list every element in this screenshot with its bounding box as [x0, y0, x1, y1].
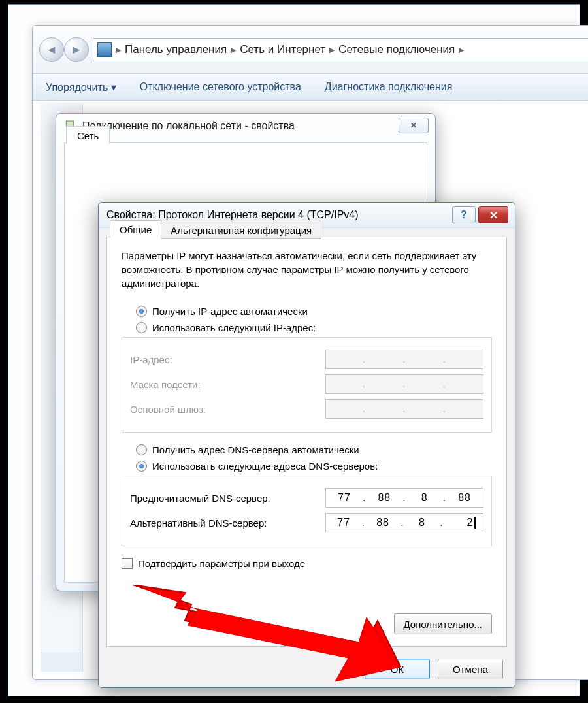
desktop-area: ◄ ► ▶ Панель управления ▶ Сеть и Интерне… — [8, 4, 580, 696]
tab-general[interactable]: Общие — [110, 220, 161, 238]
radio-ip-auto[interactable]: Получить IP-адрес автоматически — [136, 306, 492, 317]
close-button[interactable]: ✕ — [478, 206, 508, 223]
close-button[interactable]: ✕ — [399, 118, 429, 133]
tab-alternate-config[interactable]: Альтернативная конфигурация — [161, 221, 321, 239]
ipv4-tab-panel: Общие Альтернативная конфигурация Параме… — [106, 237, 507, 647]
radio-icon — [136, 444, 147, 455]
radio-dns-auto[interactable]: Получить адрес DNS-сервера автоматически — [136, 444, 492, 455]
sidebar-footer — [41, 653, 82, 672]
control-panel-icon — [97, 42, 112, 57]
dns-group: Предпочитаемый DNS-сервер: 77. 88. 8. 88… — [122, 476, 492, 546]
field-label: Основной шлюз: — [130, 404, 325, 415]
help-icon: ? — [461, 209, 467, 221]
radio-icon — [136, 306, 147, 317]
toolbar-diagnose[interactable]: Диагностика подключения — [325, 81, 453, 93]
explorer-addressbar: ◄ ► ▶ Панель управления ▶ Сеть и Интерне… — [33, 26, 588, 74]
button-label: Дополнительно... — [404, 619, 482, 630]
chevron-right-icon: ▶ — [459, 46, 464, 54]
ipv4-tabs: Общие Альтернативная конфигурация — [110, 220, 321, 238]
checkbox-icon — [122, 558, 133, 569]
radio-label: Использовать следующий IP-адрес: — [152, 322, 316, 333]
radio-dns-manual[interactable]: Использовать следующие адреса DNS-сервер… — [136, 461, 492, 472]
chevron-right-icon: ▶ — [116, 46, 121, 54]
field-ip-address: IP-адрес: . . . — [130, 350, 483, 369]
alternate-dns-input[interactable]: 77. 88. 8. 2 — [325, 513, 483, 532]
explorer-toolbar: Упорядочить ▾ Отключение сетевого устрой… — [33, 74, 588, 101]
field-gateway: Основной шлюз: . . . — [130, 399, 483, 419]
field-subnet-mask: Маска подсети: . . . — [130, 374, 483, 394]
close-icon: ✕ — [489, 209, 498, 221]
checkbox-validate-on-exit[interactable]: Подтвердить параметры при выходе — [122, 558, 492, 569]
ipv4-content: Параметры IP могут назначаться автоматич… — [107, 237, 506, 576]
help-button[interactable]: ? — [452, 206, 476, 223]
ok-button[interactable]: ОК — [365, 659, 430, 679]
back-button[interactable]: ◄ — [39, 37, 64, 62]
crumb-control-panel[interactable]: Панель управления — [125, 43, 227, 56]
radio-label: Получить адрес DNS-сервера автоматически — [152, 444, 359, 455]
chevron-right-icon: ▶ — [329, 46, 335, 54]
chevron-right-icon: ▶ — [231, 46, 236, 54]
gateway-input: . . . — [325, 399, 483, 419]
tab-network[interactable]: Сеть — [66, 126, 110, 144]
nav-buttons: ◄ ► — [39, 37, 89, 62]
field-label: IP-адрес: — [130, 354, 325, 365]
ipv4-footer: ОК Отмена — [99, 651, 515, 687]
forward-button[interactable]: ► — [64, 37, 89, 62]
ip-address-input: . . . — [325, 350, 483, 369]
toolbar-organize[interactable]: Упорядочить ▾ — [46, 81, 116, 93]
field-label: Альтернативный DNS-сервер: — [130, 517, 325, 529]
text-caret — [474, 517, 476, 529]
checkbox-label: Подтвердить параметры при выходе — [138, 558, 305, 569]
dialog-title: Подключение по локальной сети - свойства — [82, 120, 295, 132]
ip-group: IP-адрес: . . . Маска подсети: . . — [122, 337, 492, 433]
field-preferred-dns: Предпочитаемый DNS-сервер: 77. 88. 8. 88 — [130, 488, 483, 508]
radio-ip-manual[interactable]: Использовать следующий IP-адрес: — [136, 322, 492, 333]
field-alternate-dns: Альтернативный DNS-сервер: 77. 88. 8. 2 — [130, 513, 483, 532]
button-label: Отмена — [453, 664, 488, 675]
crumb-network-connections[interactable]: Сетевые подключения — [338, 43, 455, 56]
radio-icon — [136, 461, 147, 472]
button-label: ОК — [391, 664, 404, 675]
advanced-button[interactable]: Дополнительно... — [394, 613, 492, 634]
radio-label: Использовать следующие адреса DNS-сервер… — [152, 461, 378, 472]
dialog-titlebar: Подключение по локальной сети - свойства… — [56, 114, 435, 139]
ipv4-properties-dialog: Свойства: Протокол Интернета версии 4 (T… — [98, 202, 515, 688]
field-label: Предпочитаемый DNS-сервер: — [130, 493, 325, 504]
radio-icon — [136, 322, 147, 333]
toolbar-disable-device[interactable]: Отключение сетевого устройства — [140, 81, 301, 93]
radio-label: Получить IP-адрес автоматически — [152, 306, 308, 317]
field-label: Маска подсети: — [130, 379, 325, 390]
crumb-network-internet[interactable]: Сеть и Интернет — [240, 43, 325, 56]
cancel-button[interactable]: Отмена — [438, 659, 503, 679]
subnet-mask-input: . . . — [325, 374, 483, 394]
preferred-dns-input[interactable]: 77. 88. 8. 88 — [325, 488, 483, 508]
breadcrumb-bar[interactable]: ▶ Панель управления ▶ Сеть и Интернет ▶ … — [93, 38, 588, 61]
ipv4-title: Свойства: Протокол Интернета версии 4 (T… — [106, 209, 359, 221]
ipv4-description: Параметры IP могут назначаться автоматич… — [122, 249, 492, 290]
